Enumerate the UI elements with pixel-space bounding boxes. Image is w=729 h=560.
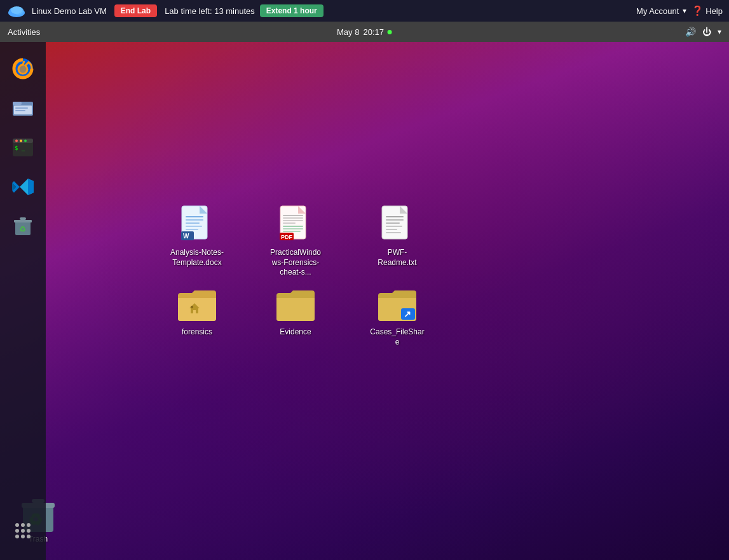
evidence-folder-icon (275, 284, 316, 325)
svg-text:W: W (183, 233, 189, 240)
svg-text:$ _: $ _ (15, 145, 25, 151)
svg-rect-45 (283, 226, 303, 227)
dock-item-show-apps[interactable] (6, 514, 39, 547)
svg-point-24 (15, 529, 19, 533)
help-button[interactable]: ❓ Help (692, 5, 723, 17)
svg-rect-33 (186, 219, 203, 221)
svg-rect-58 (191, 306, 193, 308)
help-circle-icon: ❓ (692, 5, 704, 17)
svg-rect-46 (283, 228, 303, 229)
svg-rect-32 (186, 216, 203, 217)
pwf-readme-label: PWF-Readme.txt (369, 248, 425, 268)
svg-rect-7 (13, 102, 22, 105)
txt-file-icon (377, 205, 418, 245)
svg-point-27 (15, 535, 19, 538)
dock: $ _ ♻ (0, 42, 46, 560)
cases-fileshare-label: Cases_FileShare (369, 327, 425, 347)
svg-rect-36 (186, 229, 198, 230)
desktop-icons-area: W Analysis-Notes-Template.docx (54, 55, 729, 560)
svg-point-14 (20, 140, 22, 142)
svg-point-5 (18, 64, 27, 73)
svg-rect-43 (283, 220, 303, 221)
svg-rect-18 (14, 220, 32, 222)
system-icons: 🔊 ⏻ ▾ (685, 27, 721, 37)
svg-text:♻: ♻ (19, 225, 26, 234)
svg-point-29 (27, 535, 31, 538)
svg-rect-54 (386, 222, 400, 224)
svg-rect-19 (20, 217, 26, 220)
dock-item-files[interactable] (6, 92, 39, 125)
my-account-menu[interactable]: My Account (636, 6, 686, 16)
desktop: $ _ ♻ (0, 42, 729, 560)
svg-rect-44 (283, 222, 296, 224)
svg-point-23 (27, 523, 31, 527)
desktop-icon-analysis-notes[interactable]: W Analysis-Notes-Template.docx (165, 201, 229, 271)
svg-rect-9 (15, 107, 28, 109)
extend-hour-button[interactable]: Extend 1 hour (260, 4, 324, 17)
desktop-icon-forensics[interactable]: forensics (165, 280, 229, 341)
dock-item-vscode[interactable] (6, 170, 39, 203)
forensics-label: forensics (182, 327, 212, 338)
volume-icon[interactable]: 🔊 (685, 27, 696, 37)
svg-point-13 (15, 140, 18, 142)
svg-rect-52 (386, 216, 404, 217)
activities-button[interactable]: Activities (8, 27, 40, 37)
svg-point-3 (11, 6, 22, 14)
end-lab-button[interactable]: End Lab (114, 4, 157, 17)
dock-item-recycle[interactable]: ♻ (6, 210, 39, 243)
power-icon[interactable]: ⏻ (702, 27, 711, 37)
svg-point-22 (21, 523, 25, 527)
cases-fileshare-folder-icon: ↗ (377, 284, 418, 325)
desktop-icon-pwf-readme[interactable]: PWF-Readme.txt (365, 201, 429, 271)
dock-item-firefox[interactable] (6, 52, 39, 85)
top-bar: Linux Demo Lab VM End Lab Lab time left:… (0, 0, 729, 22)
account-label: My Account (636, 6, 679, 16)
svg-point-15 (24, 140, 27, 142)
lab-time-text: Lab time left: 13 minutes (165, 6, 255, 16)
svg-rect-35 (186, 226, 202, 227)
analysis-notes-label: Analysis-Notes-Template.docx (169, 248, 225, 268)
dock-item-terminal[interactable]: $ _ (6, 131, 39, 164)
svg-rect-34 (186, 222, 200, 224)
desktop-icon-cases-fileshare[interactable]: ↗ Cases_FileShare (365, 280, 429, 351)
time-label: 20:17 (363, 27, 384, 37)
svg-rect-56 (386, 229, 397, 230)
date-label: May 8 (337, 27, 359, 37)
svg-rect-42 (283, 217, 303, 219)
pdf-file-icon: PDF (275, 205, 316, 245)
svg-rect-55 (386, 226, 402, 227)
lab-title: Linux Demo Lab VM (32, 6, 107, 16)
svg-text:PDF: PDF (281, 234, 293, 240)
svg-text:↗: ↗ (404, 309, 411, 319)
practical-windows-label: PracticalWindows-Forensics-cheat-s... (268, 248, 324, 278)
settings-arrow-icon[interactable]: ▾ (718, 27, 721, 36)
svg-rect-47 (283, 231, 301, 232)
gnome-panel: Activities May 8 20:17 🔊 ⏻ ▾ (0, 22, 729, 42)
account-chevron-icon (683, 6, 686, 15)
desktop-icon-evidence[interactable]: Evidence (264, 280, 327, 341)
network-dot-icon (388, 30, 392, 34)
svg-point-21 (15, 523, 19, 527)
svg-rect-53 (386, 219, 404, 221)
svg-rect-41 (283, 215, 303, 216)
svg-rect-57 (386, 232, 401, 233)
svg-point-28 (21, 535, 25, 538)
svg-rect-10 (15, 110, 25, 111)
help-label: Help (705, 6, 723, 16)
cloud-logo (6, 1, 27, 21)
desktop-icon-practical-windows[interactable]: PDF PracticalWindows-Forensics-cheat-s..… (264, 201, 327, 282)
forensics-folder-icon (177, 284, 217, 325)
datetime-display: May 8 20:17 (337, 27, 392, 37)
docx-file-icon: W (177, 205, 217, 245)
svg-point-26 (27, 529, 31, 533)
evidence-label: Evidence (280, 327, 311, 338)
svg-point-25 (21, 529, 25, 533)
